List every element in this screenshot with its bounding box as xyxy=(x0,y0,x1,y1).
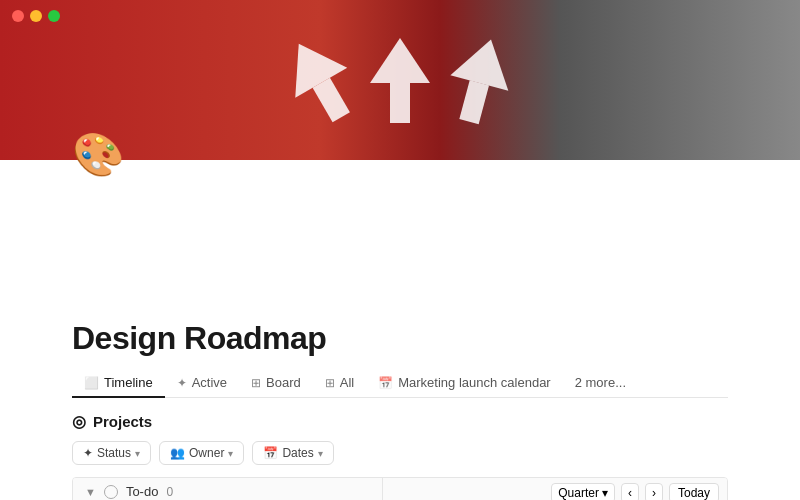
timeline-panel: Quarter ▾ ‹ › Today April 2023 24 1 8 xyxy=(383,478,727,500)
arrow-2 xyxy=(370,38,430,123)
dates-filter-label: Dates xyxy=(282,446,313,460)
tab-board[interactable]: ⊞ Board xyxy=(239,369,313,398)
arrow-3 xyxy=(440,31,520,129)
group-header-row: ▼ To-do 0 xyxy=(73,478,382,500)
main-table-area: ▼ To-do 0 Aa Project name Empty COUNT 0 … xyxy=(72,477,728,500)
title-bar xyxy=(12,10,60,22)
status-filter-label: Status xyxy=(97,446,131,460)
tab-marketing-label: Marketing launch calendar xyxy=(398,375,550,390)
maximize-button[interactable] xyxy=(48,10,60,22)
minimize-button[interactable] xyxy=(30,10,42,22)
section-icon: ◎ xyxy=(72,412,86,431)
close-button[interactable] xyxy=(12,10,24,22)
timeline-toolbar: Quarter ▾ ‹ › Today xyxy=(383,478,727,500)
tab-timeline-label: Timeline xyxy=(104,375,153,390)
tab-active-label: Active xyxy=(192,375,227,390)
tab-all[interactable]: ⊞ All xyxy=(313,369,366,398)
page-title: Design Roadmap xyxy=(72,320,728,357)
marketing-tab-icon: 📅 xyxy=(378,376,393,390)
dates-filter-icon: 📅 xyxy=(263,446,278,460)
owner-filter-icon: 👥 xyxy=(170,446,185,460)
timeline-tab-icon: ⬜ xyxy=(84,376,99,390)
next-nav-button[interactable]: › xyxy=(645,483,663,500)
tab-more[interactable]: 2 more... xyxy=(563,369,638,398)
section-header: ◎ Projects xyxy=(72,412,728,431)
tab-all-label: All xyxy=(340,375,354,390)
tab-board-label: Board xyxy=(266,375,301,390)
prev-nav-button[interactable]: ‹ xyxy=(621,483,639,500)
dates-chevron-icon: ▾ xyxy=(318,448,323,459)
prev-icon: ‹ xyxy=(628,486,632,500)
quarter-label: Quarter xyxy=(558,486,599,500)
quarter-chevron-icon: ▾ xyxy=(602,486,608,500)
owner-chevron-icon: ▾ xyxy=(228,448,233,459)
dates-filter[interactable]: 📅 Dates ▾ xyxy=(252,441,333,465)
tab-active[interactable]: ✦ Active xyxy=(165,369,239,398)
all-tab-icon: ⊞ xyxy=(325,376,335,390)
tab-more-label: 2 more... xyxy=(575,375,626,390)
board-tab-icon: ⊞ xyxy=(251,376,261,390)
group-count: 0 xyxy=(166,485,173,499)
group-circle-icon xyxy=(104,485,118,499)
arrow-1 xyxy=(273,28,367,132)
group-toggle-icon[interactable]: ▼ xyxy=(85,486,96,498)
filter-row: ✦ Status ▾ 👥 Owner ▾ 📅 Dates ▾ xyxy=(72,441,728,465)
status-filter-icon: ✦ xyxy=(83,446,93,460)
section-label: Projects xyxy=(93,413,152,430)
active-tab-icon: ✦ xyxy=(177,376,187,390)
today-button[interactable]: Today xyxy=(669,483,719,500)
status-chevron-icon: ▾ xyxy=(135,448,140,459)
page-emoji: 🎨 xyxy=(72,130,124,179)
tab-marketing[interactable]: 📅 Marketing launch calendar xyxy=(366,369,562,398)
group-label: To-do xyxy=(126,484,159,499)
next-icon: › xyxy=(652,486,656,500)
owner-filter-label: Owner xyxy=(189,446,224,460)
tabs-bar: ⬜ Timeline ✦ Active ⊞ Board ⊞ All 📅 Mark… xyxy=(72,369,728,398)
quarter-view-button[interactable]: Quarter ▾ xyxy=(551,483,615,500)
owner-filter[interactable]: 👥 Owner ▾ xyxy=(159,441,244,465)
tab-timeline[interactable]: ⬜ Timeline xyxy=(72,369,165,398)
status-filter[interactable]: ✦ Status ▾ xyxy=(72,441,151,465)
table-left-panel: ▼ To-do 0 Aa Project name Empty COUNT 0 xyxy=(73,478,383,500)
page-content: Design Roadmap ⬜ Timeline ✦ Active ⊞ Boa… xyxy=(0,320,800,500)
